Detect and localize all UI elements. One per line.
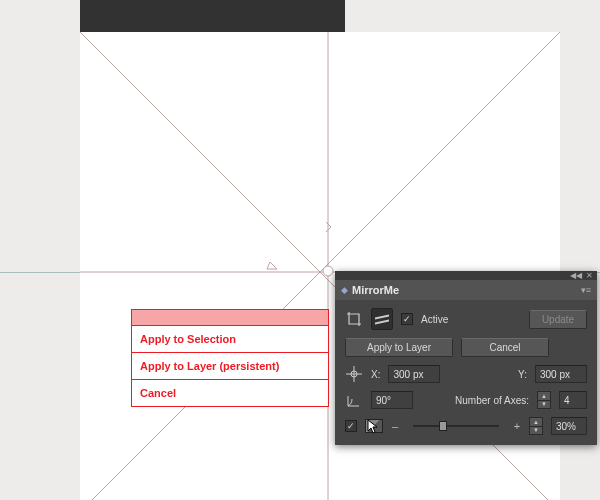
opacity-slider[interactable] xyxy=(413,425,499,427)
axes-stepper[interactable]: ▲▼ xyxy=(537,391,551,409)
slider-plus-icon: + xyxy=(513,420,521,432)
active-label: Active xyxy=(421,314,448,325)
apply-to-layer-button[interactable]: Apply to Layer xyxy=(345,338,453,357)
app-topbar xyxy=(80,0,345,32)
active-checkbox[interactable]: ✓ xyxy=(401,313,413,325)
axes-label: Number of Axes: xyxy=(455,395,529,406)
panel-body: ✓ Active Update Apply to Layer Cancel X:… xyxy=(335,300,597,445)
opacity-field[interactable] xyxy=(551,417,587,435)
plugin-dot-icon: ◆ xyxy=(341,285,348,295)
preview-checkbox[interactable]: ✓ xyxy=(345,420,357,432)
context-menu: Apply to Selection Apply to Layer (persi… xyxy=(131,309,329,407)
y-label: Y: xyxy=(518,369,527,380)
y-field[interactable] xyxy=(535,365,587,383)
mirrorme-panel: ◀◀ ✕ ◆ MirrorMe ▾≡ ✓ Active Update Apply… xyxy=(335,271,597,445)
angle-icon[interactable] xyxy=(345,391,363,409)
crop-icon[interactable] xyxy=(345,310,363,328)
context-menu-header[interactable] xyxy=(132,310,328,326)
close-icon[interactable]: ✕ xyxy=(586,271,593,280)
context-menu-apply-layer[interactable]: Apply to Layer (persistent) xyxy=(132,353,328,380)
x-label: X: xyxy=(371,369,380,380)
opacity-stepper[interactable]: ▲▼ xyxy=(529,417,543,435)
update-button[interactable]: Update xyxy=(529,310,587,329)
svg-point-4 xyxy=(323,266,333,276)
slider-minus-icon: – xyxy=(391,420,399,432)
cancel-button[interactable]: Cancel xyxy=(461,338,549,357)
layers-icon[interactable] xyxy=(371,308,393,330)
collapse-icon[interactable]: ◀◀ xyxy=(570,271,582,280)
center-target-icon[interactable] xyxy=(345,365,363,383)
axes-field[interactable] xyxy=(559,391,587,409)
panel-dragbar[interactable]: ◀◀ ✕ xyxy=(335,271,597,280)
slider-thumb[interactable] xyxy=(439,421,447,431)
preview-swatch-icon[interactable] xyxy=(365,419,383,433)
flyout-menu-icon[interactable]: ▾≡ xyxy=(581,285,591,295)
angle-field[interactable] xyxy=(371,391,413,409)
panel-title-bar[interactable]: ◆ MirrorMe ▾≡ xyxy=(335,280,597,300)
panel-title: MirrorMe xyxy=(352,284,399,296)
context-menu-cancel[interactable]: Cancel xyxy=(132,380,328,406)
x-field[interactable] xyxy=(388,365,440,383)
context-menu-apply-selection[interactable]: Apply to Selection xyxy=(132,326,328,353)
